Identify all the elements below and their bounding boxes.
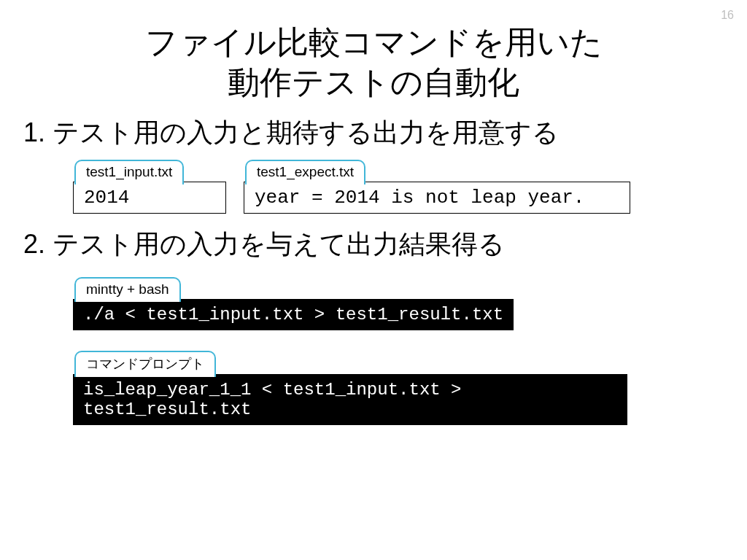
step-2-heading: 2. テスト用の入力を与えて出力結果得る (0, 214, 747, 262)
file-input-tab: test1_input.txt (74, 160, 184, 184)
cmdprompt-tab: コマンドプロンプト (74, 351, 216, 377)
cmdprompt-command: is_leap_year_1_1 < test1_input.txt > tes… (73, 374, 627, 425)
file-expect-tab: test1_expect.txt (245, 160, 365, 184)
title-line-1: ファイル比較コマンドを用いた (145, 24, 603, 60)
mintty-tab: mintty + bash (74, 277, 181, 302)
file-input-block: test1_input.txt 2014 (73, 158, 226, 214)
slide-title: ファイル比較コマンドを用いた 動作テストの自動化 (0, 0, 747, 102)
command-area: mintty + bash ./a < test1_input.txt > te… (0, 262, 747, 425)
file-input-content: 2014 (73, 182, 226, 214)
file-row: test1_input.txt 2014 test1_expect.txt ye… (0, 151, 747, 214)
mintty-command: ./a < test1_input.txt > test1_result.txt (73, 299, 514, 330)
file-expect-content: year = 2014 is not leap year. (244, 182, 630, 214)
step-1-heading: 1. テスト用の入力と期待する出力を用意する (0, 102, 747, 151)
file-expect-block: test1_expect.txt year = 2014 is not leap… (244, 158, 630, 214)
cmdprompt-block: コマンドプロンプト is_leap_year_1_1 < test1_input… (73, 349, 627, 425)
title-line-2: 動作テストの自動化 (228, 64, 519, 100)
mintty-block: mintty + bash ./a < test1_input.txt > te… (73, 276, 627, 330)
page-number: 16 (721, 9, 734, 22)
